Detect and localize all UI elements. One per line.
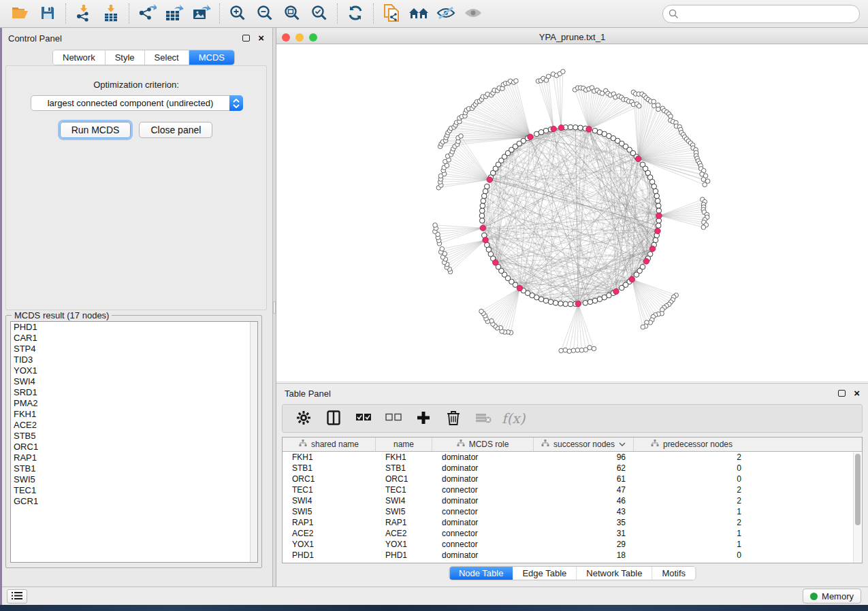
duplicate-network-button[interactable]: [380, 2, 403, 25]
close-table-panel-icon[interactable]: ×: [854, 390, 860, 397]
list-icon: [12, 591, 22, 602]
mcds-result-item[interactable]: SRD1: [11, 387, 257, 398]
zoom-out-button[interactable]: [253, 2, 276, 25]
table-cell: FKH1: [376, 452, 432, 462]
float-table-panel-icon[interactable]: [838, 390, 846, 397]
import-network-button[interactable]: [72, 2, 95, 25]
window-maximize-icon[interactable]: [309, 33, 317, 42]
column-header-shared-name[interactable]: shared name: [283, 437, 376, 451]
run-mcds-button[interactable]: Run MCDS: [60, 122, 131, 138]
tab-edge-table[interactable]: Edge Table: [513, 567, 577, 580]
toolbar-separator: [219, 3, 220, 24]
mcds-result-item[interactable]: ORC1: [11, 442, 257, 452]
mcds-result-item[interactable]: YOX1: [11, 365, 257, 376]
table-row[interactable]: RAP1RAP1dominator352: [283, 517, 862, 528]
criterion-select[interactable]: largest connected component (undirected): [31, 95, 243, 111]
table-settings-button[interactable]: [292, 407, 315, 430]
mcds-result-item[interactable]: TEC1: [11, 485, 257, 496]
table-cell: SWI5: [283, 507, 376, 516]
table-row[interactable]: SWI4SWI4dominator462: [283, 495, 862, 506]
mcds-result-item[interactable]: TID3: [11, 354, 257, 365]
memory-button[interactable]: Memory: [803, 589, 861, 604]
mcds-result-item[interactable]: GCR1: [11, 496, 257, 507]
network-canvas[interactable]: [276, 44, 868, 381]
mcds-result-item[interactable]: SWI5: [11, 474, 257, 485]
mcds-result-item[interactable]: RAP1: [11, 452, 257, 463]
mcds-result-item[interactable]: STB1: [11, 463, 257, 474]
close-panel-button[interactable]: Close panel: [139, 122, 212, 138]
save-session-button[interactable]: [36, 2, 59, 25]
show-columns-button[interactable]: [322, 407, 345, 430]
column-header-name[interactable]: name: [376, 437, 432, 451]
column-header-predecessor-nodes[interactable]: predecessor nodes: [634, 437, 750, 451]
mcds-result-item[interactable]: STB5: [11, 431, 257, 442]
table-row[interactable]: TEC1TEC1connector472: [283, 484, 862, 495]
table-row[interactable]: ORC1ORC1dominator610: [283, 474, 862, 484]
table-row[interactable]: STB1STB1dominator620: [283, 463, 862, 474]
export-table-button[interactable]: [163, 2, 186, 25]
window-close-icon[interactable]: [282, 33, 290, 42]
table-cell: TEC1: [283, 485, 376, 495]
mcds-result-item[interactable]: PMA2: [11, 398, 257, 409]
table-cell: dominator: [432, 474, 534, 484]
table-cell: 62: [534, 463, 634, 473]
table-scrollbar[interactable]: [853, 452, 861, 563]
tab-style[interactable]: Style: [106, 50, 145, 65]
mcds-result-item[interactable]: PHD1: [11, 322, 257, 333]
zoom-in-button[interactable]: [226, 2, 249, 25]
first-neighbors-button[interactable]: [407, 2, 430, 25]
network-titlebar[interactable]: YPA_prune.txt_1: [276, 31, 868, 44]
export-network-button[interactable]: [135, 2, 159, 25]
delete-table-button[interactable]: [472, 407, 495, 430]
column-header-successor-nodes[interactable]: successor nodes: [534, 437, 634, 451]
task-history-button[interactable]: [7, 589, 27, 604]
table-row[interactable]: SWI5SWI5connector431: [283, 506, 862, 517]
table-row[interactable]: YOX1YOX1connector291: [283, 539, 862, 550]
mcds-result-item[interactable]: ACE2: [11, 420, 257, 431]
float-panel-icon[interactable]: [242, 35, 250, 42]
show-all-button[interactable]: [462, 2, 485, 25]
zoom-fit-button[interactable]: [280, 2, 304, 25]
table-cell: 18: [534, 550, 634, 560]
table-cell: STB1: [283, 463, 376, 473]
network-graph: [276, 44, 868, 381]
window-minimize-icon[interactable]: [295, 33, 304, 42]
table-row[interactable]: PHD1PHD1dominator180: [283, 550, 862, 561]
tab-network[interactable]: Network: [53, 50, 106, 65]
tab-motifs[interactable]: Motifs: [652, 567, 695, 580]
open-file-button[interactable]: [9, 2, 32, 25]
function-builder-button[interactable]: f(x): [502, 410, 525, 427]
mcds-result-item[interactable]: CAR1: [11, 333, 257, 344]
mcds-result-item[interactable]: SWI4: [11, 376, 257, 387]
table-row[interactable]: FKH1FKH1dominator962: [283, 452, 862, 463]
table-row[interactable]: ACE2ACE2connector311: [283, 528, 862, 539]
mcds-result-item[interactable]: FKH1: [11, 409, 257, 420]
table-cell: 2: [634, 518, 750, 527]
close-panel-icon[interactable]: ×: [258, 35, 264, 42]
delete-table-icon: [475, 412, 492, 426]
tree-icon: [299, 440, 307, 449]
result-list-scrollbar[interactable]: [250, 322, 257, 562]
search-field-wrap: [662, 5, 860, 23]
mcds-result-item[interactable]: STP4: [11, 344, 257, 354]
tab-network-table[interactable]: Network Table: [577, 567, 652, 580]
apply-style-button[interactable]: [344, 2, 367, 25]
zoom-selected-button[interactable]: [308, 2, 331, 25]
tab-mcds[interactable]: MCDS: [189, 50, 234, 65]
add-column-button[interactable]: [412, 407, 435, 430]
tab-node-table[interactable]: Node Table: [449, 567, 513, 580]
mcds-result-list[interactable]: PHD1CAR1STP4TID3YOX1SWI4SRD1PMA2FKH1ACE2…: [10, 321, 258, 563]
search-input[interactable]: [662, 5, 860, 23]
table-cell: 1: [634, 507, 750, 516]
select-all-rows-button[interactable]: [352, 407, 375, 430]
table-scrollbar-thumb[interactable]: [855, 454, 861, 525]
import-table-button[interactable]: [99, 2, 123, 25]
sort-descending-icon: [619, 440, 626, 449]
hide-selected-button[interactable]: [434, 2, 457, 25]
export-image-button[interactable]: [190, 2, 213, 25]
delete-column-button[interactable]: [442, 407, 465, 430]
desktop-background: [0, 605, 868, 611]
column-header-mcds-role[interactable]: MCDS role: [432, 437, 534, 451]
tab-select[interactable]: Select: [145, 50, 189, 65]
deselect-all-rows-button[interactable]: [382, 407, 405, 430]
